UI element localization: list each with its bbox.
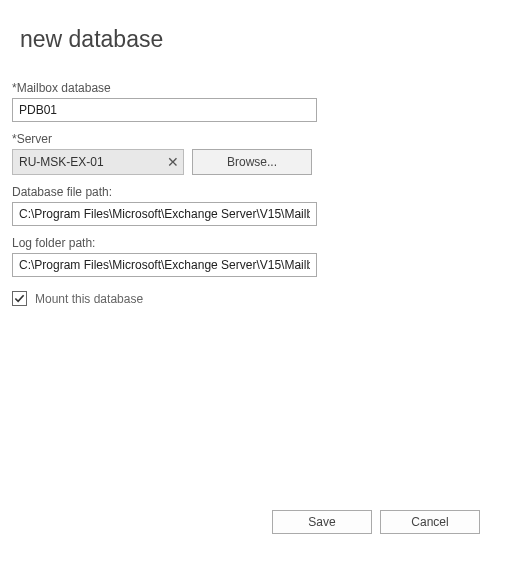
log-folder-path-input[interactable] — [12, 253, 317, 277]
server-row: RU-MSK-EX-01 ✕ Browse... — [12, 149, 502, 175]
database-file-path-input[interactable] — [12, 202, 317, 226]
server-field-block: *Server RU-MSK-EX-01 ✕ Browse... — [12, 132, 502, 175]
checkmark-icon — [14, 293, 25, 304]
dbpath-field-block: Database file path: — [12, 185, 502, 226]
footer-buttons: Save Cancel — [272, 510, 480, 534]
dbpath-label: Database file path: — [12, 185, 502, 199]
save-button[interactable]: Save — [272, 510, 372, 534]
server-display[interactable]: RU-MSK-EX-01 ✕ — [12, 149, 184, 175]
form-area: *Mailbox database *Server RU-MSK-EX-01 ✕… — [0, 53, 514, 306]
logpath-label: Log folder path: — [12, 236, 502, 250]
mount-checkbox-label: Mount this database — [35, 292, 143, 306]
browse-button[interactable]: Browse... — [192, 149, 312, 175]
clear-server-icon[interactable]: ✕ — [167, 155, 179, 169]
mailbox-field-block: *Mailbox database — [12, 81, 502, 122]
server-label: *Server — [12, 132, 502, 146]
server-value: RU-MSK-EX-01 — [19, 155, 104, 169]
mailbox-label: *Mailbox database — [12, 81, 502, 95]
cancel-button[interactable]: Cancel — [380, 510, 480, 534]
mount-checkbox-row: Mount this database — [12, 291, 502, 306]
logpath-field-block: Log folder path: — [12, 236, 502, 277]
mailbox-database-input[interactable] — [12, 98, 317, 122]
mount-checkbox[interactable] — [12, 291, 27, 306]
page-title: new database — [0, 0, 514, 53]
